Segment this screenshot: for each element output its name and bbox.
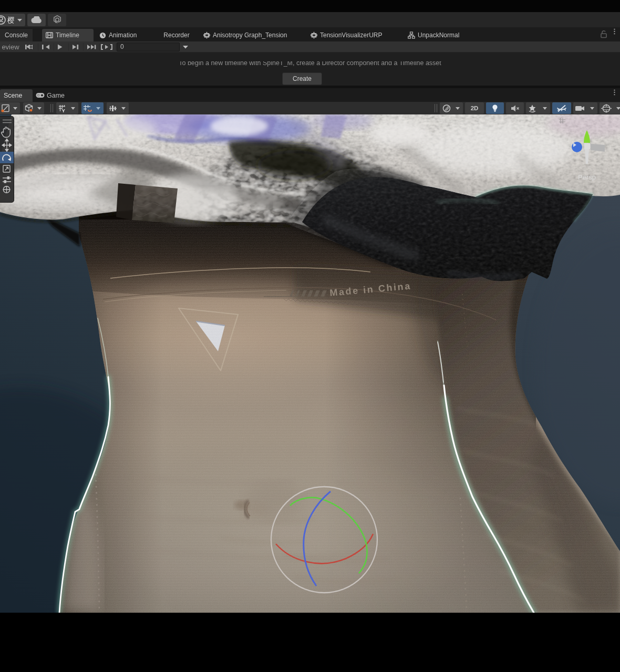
- svg-text:樱: 樱: [7, 16, 15, 24]
- svg-text:Persp: Persp: [578, 173, 596, 181]
- svg-text:Y: Y: [62, 107, 66, 113]
